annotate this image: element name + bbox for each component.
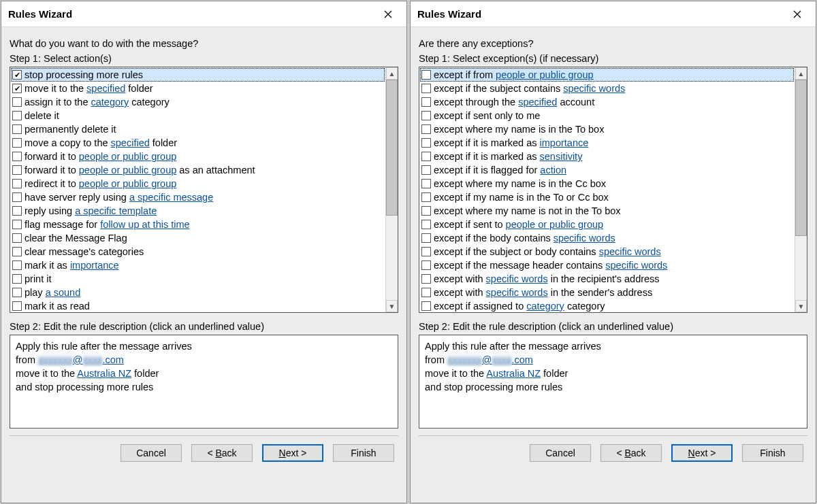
list-item[interactable]: delete it — [11, 109, 385, 122]
checkbox[interactable] — [421, 84, 431, 93]
list-item[interactable]: redirect it to people or public group — [11, 177, 385, 190]
rule-value-link[interactable]: action — [540, 165, 566, 175]
scroll-thumb[interactable] — [386, 80, 398, 216]
rule-value-link[interactable]: category — [526, 301, 564, 312]
checkbox[interactable] — [421, 233, 431, 243]
list-item[interactable]: except if sent to people or public group — [420, 218, 794, 231]
rule-value-link[interactable]: category — [91, 97, 129, 107]
checkbox[interactable] — [12, 152, 22, 161]
checkbox[interactable] — [421, 247, 431, 256]
list-item[interactable]: forward it to people or public group as … — [11, 163, 385, 177]
from-address-link[interactable]: xxxxxxx@xxxx.com — [38, 354, 124, 365]
folder-link[interactable]: Australia NZ — [486, 368, 541, 379]
checkbox[interactable] — [12, 274, 22, 284]
list-item[interactable]: flag message for follow up at this time — [11, 218, 385, 231]
checkbox[interactable] — [421, 206, 431, 216]
checkbox[interactable] — [421, 97, 431, 107]
from-address-link[interactable]: xxxxxxx@xxxx.com — [447, 354, 533, 365]
next-button[interactable]: Next > — [262, 444, 323, 462]
cancel-button[interactable]: Cancel — [121, 444, 182, 462]
checkbox[interactable] — [12, 206, 22, 216]
rule-value-link[interactable]: a sound — [46, 287, 81, 298]
rule-value-link[interactable]: sensitivity — [540, 151, 583, 162]
rule-value-link[interactable]: people or public group — [496, 69, 594, 80]
list-item[interactable]: except if the subject contains specific … — [420, 82, 794, 95]
checkbox[interactable] — [12, 288, 22, 297]
list-item[interactable]: except with specific words in the recipi… — [420, 272, 794, 286]
rule-value-link[interactable]: follow up at this time — [100, 219, 189, 230]
list-item[interactable]: move a copy to the specified folder — [11, 136, 385, 150]
list-item[interactable]: except if sent only to me — [420, 109, 794, 122]
list-item[interactable]: permanently delete it — [11, 122, 385, 136]
checkbox[interactable] — [12, 247, 22, 256]
scrollbar[interactable]: ▲ ▼ — [795, 67, 807, 312]
checkbox[interactable] — [12, 179, 22, 188]
list-item[interactable]: except if the message header contains sp… — [420, 258, 794, 272]
list-item[interactable]: except if it is marked as sensitivity — [420, 150, 794, 163]
checkbox[interactable] — [12, 192, 22, 202]
list-item[interactable]: stop processing more rules — [11, 68, 385, 82]
checkbox[interactable] — [12, 124, 22, 134]
checkbox[interactable] — [421, 288, 431, 297]
checkbox[interactable] — [12, 138, 22, 148]
rule-value-link[interactable]: a specific message — [129, 192, 213, 203]
scroll-down-icon[interactable]: ▼ — [386, 300, 398, 312]
list-item[interactable]: forward it to people or public group — [11, 150, 385, 163]
list-item[interactable]: clear the Message Flag — [11, 231, 385, 245]
checkbox[interactable] — [421, 274, 431, 284]
rule-value-link[interactable]: importance — [540, 137, 589, 148]
list-item[interactable]: except if the subject or body contains s… — [420, 245, 794, 258]
list-item[interactable]: except if the body contains specific wor… — [420, 231, 794, 245]
checkbox[interactable] — [12, 261, 22, 270]
checkbox[interactable] — [421, 124, 431, 134]
checkbox[interactable] — [421, 111, 431, 120]
rule-value-link[interactable]: specific words — [554, 233, 615, 243]
checkbox[interactable] — [12, 97, 22, 107]
close-button[interactable] — [786, 5, 809, 23]
back-button[interactable]: < Back — [600, 444, 662, 462]
scroll-thumb[interactable] — [795, 80, 807, 236]
checkbox[interactable] — [12, 301, 22, 311]
list-item[interactable]: assign it to the category category — [11, 95, 385, 109]
rule-value-link[interactable]: people or public group — [79, 178, 177, 189]
checkbox[interactable] — [421, 179, 431, 188]
rule-value-link[interactable]: people or public group — [79, 165, 177, 175]
list-item[interactable]: mark it as importance — [11, 258, 385, 272]
list-item[interactable]: mark it as read — [11, 299, 385, 312]
rule-value-link[interactable]: specific words — [599, 246, 661, 257]
list-item[interactable]: except if my name is in the To or Cc box — [420, 190, 794, 204]
list-item[interactable]: have server reply using a specific messa… — [11, 190, 385, 204]
checkbox[interactable] — [421, 192, 431, 202]
checkbox[interactable] — [421, 152, 431, 161]
rule-value-link[interactable]: specific words — [563, 83, 625, 94]
list-item[interactable]: move it to the specified folder — [11, 82, 385, 95]
checkbox[interactable] — [421, 261, 431, 270]
checkbox[interactable] — [421, 70, 431, 80]
checkbox[interactable] — [12, 70, 22, 80]
checkbox[interactable] — [12, 233, 22, 243]
rule-value-link[interactable]: specified — [111, 137, 150, 148]
finish-button[interactable]: Finish — [333, 444, 394, 462]
rule-value-link[interactable]: a specific template — [75, 205, 157, 216]
list-item[interactable]: except if it is flagged for action — [420, 163, 794, 177]
list-item[interactable]: except if it is marked as importance — [420, 136, 794, 150]
scroll-down-icon[interactable]: ▼ — [795, 300, 807, 312]
checkbox[interactable] — [12, 165, 22, 175]
rule-value-link[interactable]: importance — [70, 260, 119, 271]
checkbox[interactable] — [12, 220, 22, 229]
rule-value-link[interactable]: people or public group — [79, 151, 177, 162]
checkbox[interactable] — [421, 165, 431, 175]
checkbox[interactable] — [12, 84, 22, 93]
checkbox[interactable] — [12, 111, 22, 120]
list-item[interactable]: except if assigned to category category — [420, 299, 794, 312]
list-item[interactable]: reply using a specific template — [11, 204, 385, 218]
checkbox[interactable] — [421, 220, 431, 229]
rule-value-link[interactable]: specified — [518, 97, 557, 107]
next-button[interactable]: Next > — [671, 444, 733, 462]
rule-value-link[interactable]: people or public group — [506, 219, 604, 230]
cancel-button[interactable]: Cancel — [530, 444, 591, 462]
list-item[interactable]: except where my name is not in the To bo… — [420, 204, 794, 218]
back-button[interactable]: < Back — [191, 444, 253, 462]
scroll-up-icon[interactable]: ▲ — [795, 67, 807, 80]
list-item[interactable]: except with specific words in the sender… — [420, 286, 794, 299]
